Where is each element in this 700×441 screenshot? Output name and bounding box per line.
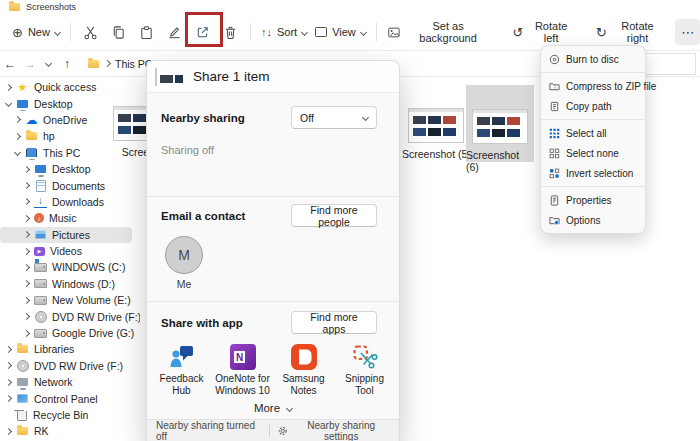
find-more-apps-button[interactable]: Find more apps <box>291 311 377 334</box>
chevron-right-icon <box>104 60 111 67</box>
sidebar-item-new-volume-e[interactable]: New Volume (E:) <box>0 292 140 308</box>
set-as-background-button[interactable]: Set as background <box>383 18 495 46</box>
chevron-down-icon <box>54 28 61 35</box>
sidebar-item-desktop[interactable]: Desktop <box>0 161 140 177</box>
chevron-right-icon <box>5 362 12 369</box>
select-all-icon <box>549 128 560 139</box>
sidebar-item-pictures[interactable]: Pictures <box>0 227 132 243</box>
sidebar-item-documents[interactable]: Documents <box>0 177 140 193</box>
contact-avatar[interactable]: M <box>165 236 203 274</box>
nearby-sharing-settings-link[interactable]: Nearby sharing settings <box>278 420 390 441</box>
file-thumbnail-screenshot-5[interactable]: Screenshot (5) <box>402 108 471 160</box>
nearby-sharing-label: Nearby sharing <box>161 112 245 124</box>
app-onenote[interactable]: N OneNote for Windows 10 <box>212 344 273 397</box>
menu-item-select-none[interactable]: Select none <box>541 143 645 163</box>
chevron-right-icon <box>23 182 30 189</box>
separator <box>269 425 270 437</box>
chevron-right-icon <box>23 313 30 320</box>
dvd-drive-icon <box>17 360 29 372</box>
copy-path-icon <box>549 101 560 112</box>
separator <box>250 23 251 41</box>
rotate-left-icon: ↺ <box>513 26 524 39</box>
up-button[interactable]: ↑ <box>57 57 77 71</box>
file-name: Screenshot (6) <box>466 149 534 173</box>
menu-item-burn-to-disc[interactable]: Burn to disc <box>541 49 645 69</box>
zip-folder-icon <box>549 81 560 92</box>
folder-icon <box>88 60 99 68</box>
chevron-right-icon <box>14 116 21 123</box>
sidebar-item-music[interactable]: ♪Music <box>0 210 140 226</box>
nearby-sharing-select[interactable]: Off <box>291 106 377 129</box>
chevron-right-icon <box>5 346 12 353</box>
chevron-right-icon <box>23 330 30 337</box>
menu-item-options[interactable]: Options <box>541 210 645 230</box>
app-samsung-notes[interactable]: Samsung Notes <box>273 344 334 397</box>
sidebar-item-quick-access[interactable]: ★Quick access <box>0 79 140 95</box>
cut-icon <box>83 25 98 40</box>
menu-separator <box>541 186 645 187</box>
rotate-left-button[interactable]: ↺ Rotate left <box>509 18 578 46</box>
forward-button[interactable]: → <box>20 57 40 71</box>
chevron-right-icon <box>23 215 30 222</box>
menu-item-properties[interactable]: Properties <box>541 190 645 210</box>
menu-item-copy-path[interactable]: Copy path <box>541 96 645 116</box>
sharing-status-text: Sharing off <box>161 144 214 156</box>
chevron-down-icon <box>286 404 293 411</box>
divider <box>147 301 399 302</box>
sidebar-item-downloads[interactable]: ↓Downloads <box>0 194 140 210</box>
windows-drive-icon <box>34 263 47 272</box>
folder-icon <box>17 427 28 435</box>
snipping-tool-icon <box>352 344 378 370</box>
app-feedback-hub[interactable]: Feedback Hub <box>151 344 212 397</box>
title-bar: Screenshots <box>0 0 700 14</box>
drive-icon <box>34 279 47 288</box>
network-icon <box>17 378 28 386</box>
samsung-notes-icon <box>291 344 317 370</box>
sidebar-item-windows-d[interactable]: Windows (D:) <box>0 276 140 292</box>
chevron-down-icon <box>5 100 12 107</box>
properties-icon <box>549 195 560 206</box>
paste-button[interactable] <box>133 18 161 46</box>
sort-button[interactable]: ↑↓ Sort <box>257 18 311 46</box>
new-button[interactable]: ⊕ New <box>8 18 64 46</box>
control-panel-icon <box>17 394 28 403</box>
sidebar-item-rk[interactable]: RK <box>0 423 140 439</box>
contact-name: Me <box>165 278 203 290</box>
annotation-highlight-box <box>185 12 223 47</box>
sidebar-item-videos[interactable]: ▶Videos <box>0 243 140 259</box>
folder-icon <box>17 345 28 353</box>
image-icon <box>387 25 401 40</box>
sidebar-item-dvd-rw-f-2[interactable]: DVD RW Drive (F:) <box>0 358 140 374</box>
sidebar-item-libraries[interactable]: Libraries <box>0 341 140 357</box>
file-thumbnail-screenshot-6-selected[interactable]: Screenshot (6) <box>466 85 534 162</box>
more-apps-toggle[interactable]: More <box>147 401 399 415</box>
app-snipping-tool[interactable]: Snipping Tool <box>334 344 395 397</box>
back-button[interactable]: ← <box>0 57 20 71</box>
dvd-drive-icon <box>35 311 47 323</box>
sidebar-item-google-drive-g[interactable]: Google Drive (G:) <box>0 325 140 341</box>
see-more-button[interactable]: ⋯ <box>675 19 700 45</box>
share-item-thumbnail <box>155 68 183 86</box>
chevron-right-icon <box>23 264 30 271</box>
cut-button[interactable] <box>77 18 105 46</box>
rotate-right-button[interactable]: ↻ Rotate right <box>592 18 668 46</box>
options-icon <box>549 215 560 226</box>
share-dialog-header: Share 1 item <box>147 61 399 93</box>
menu-item-compress-zip[interactable]: Compress to ZIP file <box>541 76 645 96</box>
copy-button[interactable] <box>105 18 133 46</box>
menu-separator <box>541 119 645 120</box>
sidebar-item-dvd-rw-f[interactable]: DVD RW Drive (F:) <box>0 308 140 324</box>
recent-locations-chevron-icon[interactable] <box>45 60 52 67</box>
desktop-icon <box>35 165 46 173</box>
sidebar-item-recycle-bin[interactable]: Recycle Bin <box>0 407 140 423</box>
view-button[interactable]: View <box>311 18 370 46</box>
find-more-people-button[interactable]: Find more people <box>291 204 377 227</box>
sidebar-item-control-panel[interactable]: Control Panel <box>0 390 140 406</box>
chevron-right-icon <box>14 133 21 140</box>
chevron-down-icon <box>14 149 21 156</box>
menu-item-select-all[interactable]: Select all <box>541 123 645 143</box>
sidebar-item-windows-c[interactable]: WINDOWS (C:) <box>0 259 140 275</box>
email-contact-label: Email a contact <box>161 210 245 222</box>
sidebar-item-network[interactable]: Network <box>0 374 140 390</box>
menu-item-invert-selection[interactable]: Invert selection <box>541 163 645 183</box>
